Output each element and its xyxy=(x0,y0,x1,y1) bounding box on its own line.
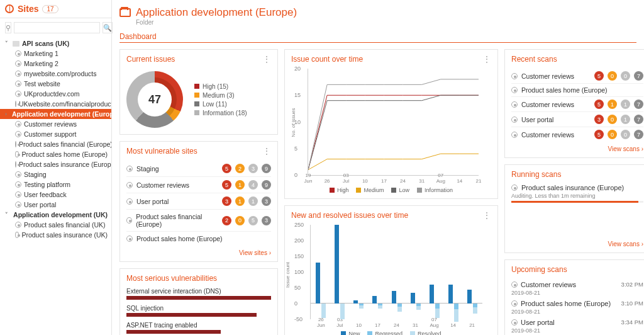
page-title: Application development (Europe) xyxy=(136,6,297,19)
legend-entry: Information (18) xyxy=(194,110,247,116)
site-icon xyxy=(126,166,133,172)
list-item[interactable]: Customer reviews5007 xyxy=(511,69,643,84)
vuln-bar-row[interactable]: External service interaction (DNS) xyxy=(126,288,271,300)
severity-badge: 1 xyxy=(608,99,617,109)
panel-recent-scans: Recent scans Customer reviews5007Product… xyxy=(504,49,644,158)
page-header: Application development (Europe) xyxy=(119,4,636,19)
panel-menu-icon[interactable]: ⋮ xyxy=(263,55,271,64)
panel-current-issues: ⋮ Current issues 47 High (15)Medium (3)L… xyxy=(119,49,278,135)
tree-site[interactable]: UKwebsite.com/financialproducts xyxy=(0,99,111,109)
severity-badge: 0 xyxy=(621,130,630,139)
legend-entry: High (15) xyxy=(194,83,247,90)
severity-badge: 7 xyxy=(634,99,643,109)
panel-title: Recent scans xyxy=(511,55,643,64)
search-icon[interactable]: 🔍 xyxy=(103,22,113,33)
vuln-bar-row[interactable]: ASP.NET tracing enabled xyxy=(126,322,271,334)
site-icon xyxy=(15,50,21,57)
site-icon xyxy=(15,171,21,178)
tree-site[interactable]: User feedback xyxy=(0,190,111,200)
panel-title: Current issues xyxy=(126,55,271,64)
severity-badge: 3 xyxy=(594,115,604,124)
globe-icon xyxy=(5,4,14,13)
upcoming-scan-row[interactable]: Product sales home (Europe)2019-08-213:1… xyxy=(511,298,643,317)
view-scans-link[interactable]: View scans xyxy=(511,241,643,247)
site-icon xyxy=(511,73,518,79)
tree-site[interactable]: Product sales insurance (UK) xyxy=(0,230,111,240)
tree-site[interactable]: User portal xyxy=(0,200,111,210)
list-item[interactable]: Product sales home (Europe) xyxy=(511,84,643,97)
site-icon xyxy=(15,121,21,127)
list-item[interactable]: Customer reviews5149 xyxy=(126,176,271,193)
tree-folder[interactable]: ˅API scans (UK) xyxy=(0,38,111,48)
site-icon xyxy=(15,101,16,107)
donut-chart: 47 xyxy=(126,71,183,128)
panel-menu-icon[interactable]: ⋮ xyxy=(263,147,271,156)
site-icon xyxy=(511,116,518,123)
tree-site[interactable]: Testing platform xyxy=(0,179,111,190)
tree-site[interactable]: Marketing 2 xyxy=(0,59,111,69)
filter-icon[interactable]: ⚲ xyxy=(5,22,11,33)
site-icon xyxy=(15,202,21,208)
tree-site[interactable]: Marketing 1 xyxy=(0,48,111,59)
sidebar: Sites 17 ⚲ 🔍 ˅API scans (UK)Marketing 1M… xyxy=(0,0,112,335)
vuln-bar-row[interactable]: SQL injection xyxy=(126,305,271,317)
severity-badge: 3 xyxy=(222,196,231,206)
sidebar-search-row: ⚲ 🔍 xyxy=(0,18,111,37)
legend-entry: New xyxy=(341,331,360,335)
severity-badge: 1 xyxy=(248,196,258,206)
legend-entry: Medium xyxy=(356,187,384,193)
donut-total: 47 xyxy=(126,71,183,128)
view-scans-link[interactable]: View scans xyxy=(511,145,643,152)
tree-site[interactable]: Customer support xyxy=(0,129,111,139)
severity-badge: 7 xyxy=(634,71,643,81)
list-item[interactable]: Customer reviews5117 xyxy=(511,97,643,112)
dashboard-label: Dashboard xyxy=(119,32,636,41)
tree-site[interactable]: Staging xyxy=(0,169,111,179)
sidebar-header: Sites 17 xyxy=(0,4,111,18)
site-icon xyxy=(511,101,518,108)
upcoming-scan-row[interactable]: Customer reviews2019-08-213:02 PM xyxy=(511,279,643,298)
running-scan-status: Auditing. Less than 1m remaining xyxy=(511,193,643,199)
site-icon xyxy=(15,81,21,87)
list-item[interactable]: User portal3017 xyxy=(511,112,643,127)
site-icon xyxy=(15,60,21,67)
view-sites-link[interactable]: View sites xyxy=(126,249,271,256)
site-icon xyxy=(511,300,518,307)
severity-badge: 0 xyxy=(608,115,617,124)
tree-site[interactable]: Product sales home (Europe) xyxy=(0,149,111,159)
sidebar-search-input[interactable] xyxy=(14,22,100,33)
site-icon xyxy=(511,281,518,288)
list-item[interactable]: Customer reviews5007 xyxy=(511,127,643,142)
list-item[interactable]: Product sales financial (Europe)2053 xyxy=(126,209,271,231)
tree-site[interactable]: Product sales insurance (Europe) xyxy=(0,159,111,169)
tree-folder[interactable]: ˅Application development (UK) xyxy=(0,210,111,220)
panel-menu-icon[interactable]: ⋮ xyxy=(483,55,491,64)
list-item[interactable]: User portal3113 xyxy=(126,193,271,209)
tree-folder[interactable]: ›Application development (Europe) xyxy=(0,109,111,119)
legend-entry: Medium (3) xyxy=(194,92,247,99)
divider xyxy=(119,42,636,43)
severity-badge: 0 xyxy=(235,216,245,225)
panel-menu-icon[interactable]: ⋮ xyxy=(483,211,491,220)
tree-site[interactable]: Product sales financial (Europe) xyxy=(0,139,111,149)
severity-badge: 7 xyxy=(634,115,643,124)
tree-site[interactable]: mywebsite.com/products xyxy=(0,69,111,79)
site-icon xyxy=(126,217,132,224)
site-icon xyxy=(126,236,133,242)
list-item[interactable]: Product sales home (Europe) xyxy=(126,231,271,246)
panel-title: Running scans xyxy=(511,170,643,179)
list-item[interactable]: Staging5239 xyxy=(126,161,271,176)
severity-badge: 0 xyxy=(608,71,617,81)
severity-badge: 5 xyxy=(594,130,604,139)
tree-site[interactable]: UKproductdev.com xyxy=(0,89,111,99)
tree-site[interactable]: Test website xyxy=(0,79,111,89)
tree-site[interactable]: Product sales financial (UK) xyxy=(0,220,111,230)
panel-vulnerable-sites: ⋮ Most vulnerable sites Staging5239Custo… xyxy=(119,141,278,262)
tree-site[interactable]: Customer reviews xyxy=(0,119,111,129)
severity-badge: 1 xyxy=(235,180,245,190)
upcoming-scan-row[interactable]: User portal2019-08-213:34 PM xyxy=(511,317,643,335)
site-icon xyxy=(511,319,518,326)
main-content: Application development (Europe) Folder … xyxy=(112,0,644,335)
severity-badge: 5 xyxy=(594,71,604,81)
sites-tree: ˅API scans (UK)Marketing 1Marketing 2myw… xyxy=(0,37,111,241)
